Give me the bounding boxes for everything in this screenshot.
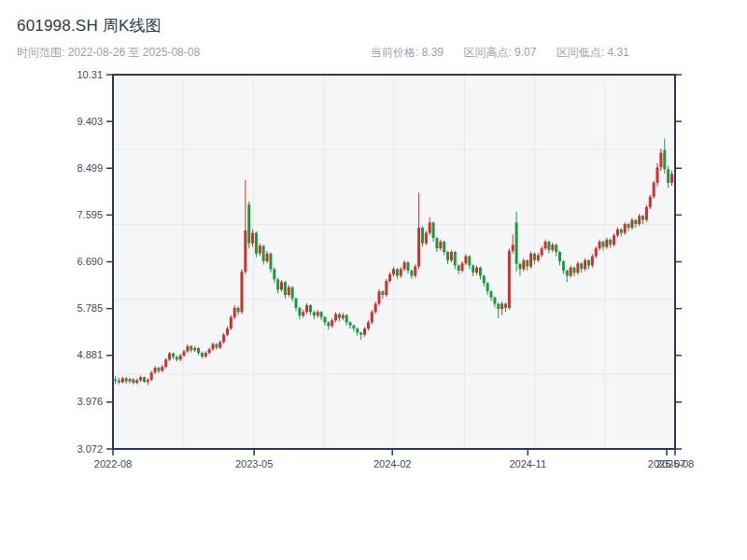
candle-body xyxy=(222,335,225,343)
candle-body xyxy=(641,216,644,219)
candle-body xyxy=(367,322,370,329)
candle-body xyxy=(439,242,442,248)
candle-body xyxy=(601,242,604,247)
candle-body xyxy=(183,351,186,355)
range-high-stat: 区间高点: 9.07 xyxy=(463,46,536,59)
candle-body xyxy=(352,326,355,329)
candle-body xyxy=(230,317,233,329)
candle-body xyxy=(132,379,134,383)
candle-body xyxy=(172,354,175,357)
candle-body xyxy=(584,260,586,269)
candle-body xyxy=(547,242,550,250)
candle-body xyxy=(226,329,229,335)
candle-body xyxy=(255,233,258,254)
candle-body xyxy=(215,344,218,348)
candle-body xyxy=(573,268,576,273)
candle-body xyxy=(518,264,521,270)
candle-body xyxy=(576,263,579,273)
y-tick-label: 9.403 xyxy=(77,116,103,127)
candle-body xyxy=(551,245,554,250)
candle-body xyxy=(489,291,492,298)
candle xyxy=(425,231,428,245)
candle-body xyxy=(305,305,308,312)
candle-body xyxy=(580,263,583,269)
candle-body xyxy=(259,245,261,253)
candle-body xyxy=(472,265,474,273)
candle-body xyxy=(483,276,486,284)
candle-body xyxy=(374,303,377,312)
candle-body xyxy=(555,245,557,252)
candle-body xyxy=(645,207,648,220)
candle xyxy=(508,248,511,310)
candle-body xyxy=(663,150,666,169)
candle-body xyxy=(497,303,500,309)
candle-body xyxy=(620,230,623,233)
candle-body xyxy=(454,252,457,265)
candle-body xyxy=(493,298,496,304)
candle-body xyxy=(295,299,298,308)
candle-body xyxy=(638,216,641,224)
candle-body xyxy=(269,254,272,270)
candle-body xyxy=(313,312,316,315)
candle-body xyxy=(276,279,279,289)
candle-body xyxy=(396,269,399,275)
candle-body xyxy=(323,317,326,323)
current-price-stat: 当前价格: 8.39 xyxy=(371,46,444,59)
candle-body xyxy=(244,231,247,272)
candle-body xyxy=(591,256,594,265)
candle-body xyxy=(381,291,384,295)
candle-body xyxy=(388,274,391,281)
candle-body xyxy=(537,255,540,260)
candle-body xyxy=(450,252,453,260)
candle-body xyxy=(425,233,428,244)
candle xyxy=(255,231,258,258)
candle-body xyxy=(208,349,211,353)
candle-body xyxy=(251,233,254,244)
candle-body xyxy=(566,271,569,276)
y-tick-label: 5.785 xyxy=(77,302,103,314)
x-tick-label: 2022-08 xyxy=(94,458,132,469)
candle-body xyxy=(150,372,153,380)
candle-body xyxy=(118,380,120,382)
candle-body xyxy=(193,348,196,350)
candle-body xyxy=(317,312,319,315)
candle-body xyxy=(331,320,333,326)
candle-body xyxy=(161,367,163,371)
candle-body xyxy=(435,238,438,248)
candle-body xyxy=(429,222,431,232)
candle xyxy=(247,202,250,248)
candle-body xyxy=(363,329,366,335)
candle-body xyxy=(504,303,507,307)
page-title: 601998.SH 周K线图 xyxy=(17,15,162,36)
candle-body xyxy=(298,308,301,315)
candle-body xyxy=(288,287,290,295)
candle-body xyxy=(114,379,117,380)
candle-body xyxy=(201,353,204,357)
candle-body xyxy=(403,262,406,269)
candle-body xyxy=(475,268,478,273)
candle-body xyxy=(164,359,167,367)
candle-body xyxy=(410,271,413,276)
date-range-label: 时间范围: 2022-08-26 至 2025-08-08 xyxy=(17,45,200,61)
candle-body xyxy=(446,252,449,260)
candle-body xyxy=(417,228,420,267)
candle-body xyxy=(385,281,388,295)
candle-body xyxy=(356,329,359,332)
candle-body xyxy=(176,357,178,359)
candle-body xyxy=(656,167,659,183)
candle-body xyxy=(190,346,192,350)
candle-body xyxy=(595,248,598,256)
candle-body xyxy=(327,322,330,326)
candle-body xyxy=(262,245,265,261)
candle-body xyxy=(135,380,138,383)
candle xyxy=(649,195,652,210)
candle-body xyxy=(139,377,142,380)
candle-body xyxy=(526,260,529,267)
candle-body xyxy=(125,378,128,381)
candle-body xyxy=(128,379,131,381)
candle-body xyxy=(168,354,171,360)
candle-body xyxy=(143,377,146,382)
candle-body xyxy=(334,315,337,321)
candle-body xyxy=(570,268,572,276)
candle-body xyxy=(458,265,460,271)
